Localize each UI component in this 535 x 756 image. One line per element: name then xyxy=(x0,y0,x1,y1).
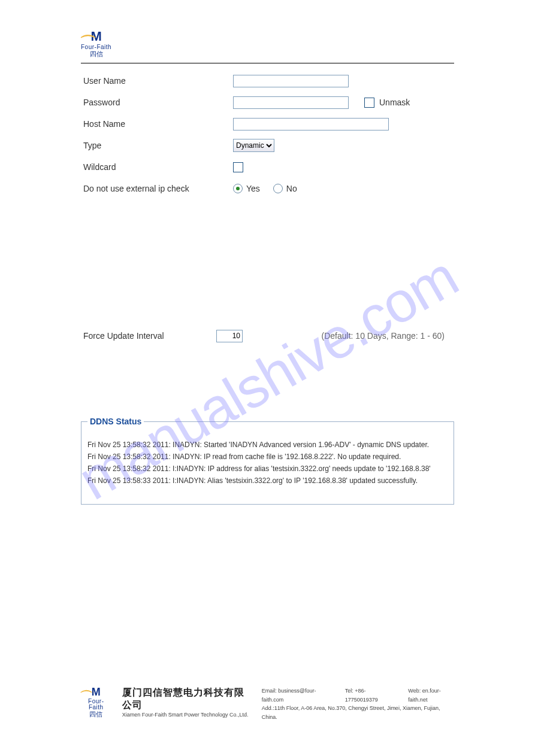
wildcard-label: Wildcard xyxy=(83,162,233,172)
password-label: Password xyxy=(83,98,233,107)
ddns-status-title: DDNS Status xyxy=(87,417,144,426)
footer-company-cn: 厦门四信智慧电力科技有限公司 xyxy=(122,687,251,712)
footer-brand-cjk: 四信 xyxy=(81,711,111,718)
forceupdate-input[interactable] xyxy=(216,330,243,342)
extip-no-radio[interactable] xyxy=(273,184,283,193)
extip-no-label: No xyxy=(286,184,297,193)
type-label: Type xyxy=(83,141,233,150)
footer-tel: Tel: +86-17750019379 xyxy=(345,687,393,704)
extip-yes-label: Yes xyxy=(246,184,260,193)
header-divider xyxy=(81,63,454,63)
type-select[interactable]: Dynamic xyxy=(233,139,274,152)
footer-logo: M⌒ Four-Faith 四信 xyxy=(81,687,111,718)
forceupdate-hint: (Default: 10 Days, Range: 1 - 60) xyxy=(322,331,454,341)
wildcard-checkbox[interactable] xyxy=(233,162,243,172)
extip-label: Do not use external ip check xyxy=(83,184,233,193)
log-line: Fri Nov 25 13:58:32 2011: INADYN: Starte… xyxy=(87,441,448,449)
footer-company-en: Xiamen Four-Faith Smart Power Technology… xyxy=(122,712,251,718)
log-line: Fri Nov 25 13:58:33 2011: I:INADYN: Alia… xyxy=(87,476,448,485)
forceupdate-label: Force Update Interval xyxy=(83,331,216,341)
log-line: Fri Nov 25 13:58:32 2011: I:INADYN: IP a… xyxy=(87,464,448,473)
header-logo: M⌒ Four-Faith 四信 xyxy=(81,30,454,63)
footer-email: Email: business@four-faith.com xyxy=(262,687,330,704)
username-label: User Name xyxy=(83,76,233,86)
footer-address: Add.:11th Floor, A-06 Area, No.370, Chen… xyxy=(262,704,454,721)
password-input[interactable] xyxy=(233,96,349,109)
extip-yes-radio[interactable] xyxy=(233,184,243,193)
hostname-input[interactable] xyxy=(233,118,389,130)
ddns-status-panel: DDNS Status Fri Nov 25 13:58:32 2011: IN… xyxy=(81,417,454,505)
username-input[interactable] xyxy=(233,75,349,87)
hostname-label: Host Name xyxy=(83,119,233,129)
unmask-checkbox[interactable] xyxy=(364,98,374,108)
footer-web: Web: en.four-faith.net xyxy=(408,687,454,704)
log-line: Fri Nov 25 13:58:32 2011: INADYN: IP rea… xyxy=(87,453,448,461)
unmask-label: Unmask xyxy=(379,98,410,107)
page-footer: M⌒ Four-Faith 四信 厦门四信智慧电力科技有限公司 Xiamen F… xyxy=(81,687,454,721)
